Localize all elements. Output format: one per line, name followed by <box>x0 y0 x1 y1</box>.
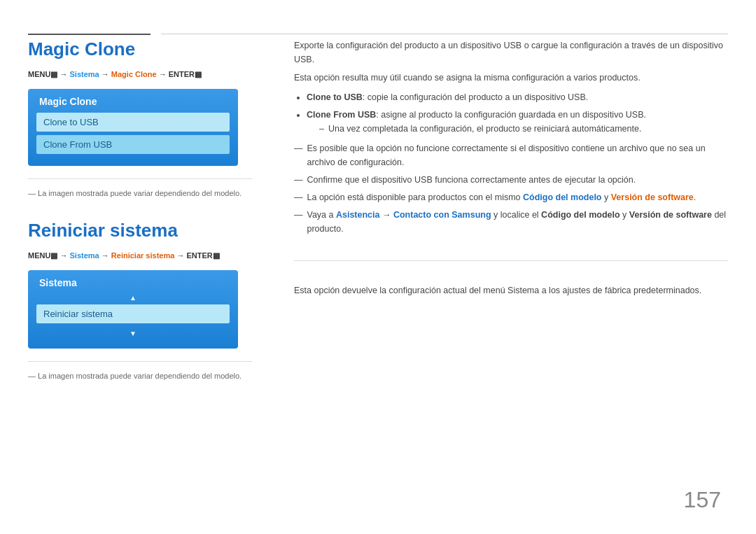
bullet1: Clone to USB: copie la configuración del… <box>307 90 728 104</box>
note2: Confirme que el dispositivo USB funciona… <box>294 173 728 187</box>
section1-caption: La imagen mostrada puede variar dependie… <box>28 189 252 197</box>
mockup2-nav-up: ▲ <box>36 294 230 302</box>
menu-system1: Sistema <box>70 70 99 78</box>
note3-end: . <box>694 192 696 202</box>
sub-bullet: Una vez completada la configuración, el … <box>319 122 728 136</box>
section2-menu-path: MENU▩ → Sistema → Reiniciar sistema → EN… <box>28 251 252 260</box>
note1: Es posible que la opción no funcione cor… <box>294 141 728 169</box>
top-line-left <box>28 34 150 35</box>
bullet1-text: : copie la configuración del producto a … <box>363 92 588 102</box>
menu-feature1: Magic Clone <box>111 70 157 78</box>
arrow-down-icon: ▼ <box>130 330 136 337</box>
note3-content: La opción está disponible para productos… <box>307 190 696 204</box>
page-number: 157 <box>684 487 721 513</box>
section2-description: Esta opción devuelve la configuración ac… <box>294 283 728 297</box>
note3-bold2: Versión de software <box>611 192 694 202</box>
mockup1-title: Magic Clone <box>36 96 230 107</box>
section2-mockup: Sistema ▲ Reiniciar sistema ▼ <box>28 270 238 349</box>
note4-bold3: Código del modelo <box>541 210 620 220</box>
mockup2-item1[interactable]: Reiniciar sistema <box>36 304 230 323</box>
note4: Vaya a Asistencia → Contacto con Samsung… <box>294 208 728 236</box>
top-line-right <box>161 34 728 34</box>
section1-title: Magic Clone <box>28 38 252 60</box>
section1-right: Exporte la configuración del producto a … <box>294 38 728 261</box>
note3-start: La opción está disponible para productos… <box>307 192 524 202</box>
note4-bold2: Contacto con Samsung <box>393 210 491 220</box>
mockup2-nav-down: ▼ <box>36 327 230 337</box>
section2-title: Reiniciar sistema <box>28 220 252 241</box>
mockup2-title: Sistema <box>36 277 230 288</box>
sub-bullet-text: Una vez completada la configuración, el … <box>328 122 641 136</box>
section1-menu-path: MENU▩ → Sistema → Magic Clone → ENTER▩ <box>28 70 252 79</box>
note4-bold1: Asistencia <box>336 210 380 220</box>
arrow-up-icon: ▲ <box>130 294 136 302</box>
right-column: Exporte la configuración del producto a … <box>273 0 756 534</box>
menu-enter1: → ENTER▩ <box>157 70 202 78</box>
note4-bold4: Versión de software <box>629 210 712 220</box>
bullet1-term: Clone to USB <box>307 92 363 102</box>
note4-mid2: y <box>620 210 629 220</box>
bullet2-text: : asigne al producto la configuración gu… <box>376 110 646 120</box>
note3: La opción está disponible para productos… <box>294 190 728 204</box>
note3-bold1: Código del modelo <box>523 192 602 202</box>
bullet2: Clone From USB: asigne al producto la co… <box>307 108 728 136</box>
menu-prefix: MENU▩ → <box>28 70 70 78</box>
section1-mockup: Magic Clone Clone to USB Clone From USB <box>28 89 238 166</box>
note2-text: Confirme que el dispositivo USB funciona… <box>307 173 636 187</box>
section1-divider <box>28 178 252 179</box>
section1-bullets: Clone to USB: copie la configuración del… <box>307 90 728 136</box>
mockup1-item1[interactable]: Clone to USB <box>36 113 230 132</box>
note1-text: Es posible que la opción no funcione cor… <box>307 141 729 169</box>
menu-arrow1: → <box>99 70 111 78</box>
bullet2-term: Clone From USB <box>307 110 376 120</box>
menu-system2: Sistema <box>70 251 99 260</box>
menu-feature2: Reiniciar sistema <box>111 251 175 260</box>
mockup1-item2[interactable]: Clone From USB <box>36 135 230 154</box>
section2-right: Esta opción devuelve la configuración ac… <box>294 283 728 297</box>
section1-desc2: Esta opción resulta muy útil cuando se a… <box>294 71 728 85</box>
section2-divider <box>28 361 252 362</box>
section2-caption: La imagen mostrada puede variar dependie… <box>28 372 252 380</box>
note4-start: Vaya a <box>307 210 336 220</box>
left-column: Magic Clone MENU▩ → Sistema → Magic Clon… <box>0 0 273 534</box>
note4-content: Vaya a Asistencia → Contacto con Samsung… <box>307 208 729 236</box>
menu-prefix2: MENU▩ → <box>28 251 70 260</box>
note4-mid: y localice el <box>491 210 542 220</box>
note4-arrow: → <box>380 210 393 220</box>
menu-enter2: → ENTER▩ <box>174 251 219 260</box>
section2-left: Reiniciar sistema MENU▩ → Sistema → Rein… <box>28 220 252 380</box>
menu-arrow2: → <box>99 251 111 260</box>
section1-desc1: Exporte la configuración del producto a … <box>294 38 728 66</box>
note3-mid: y <box>602 192 611 202</box>
